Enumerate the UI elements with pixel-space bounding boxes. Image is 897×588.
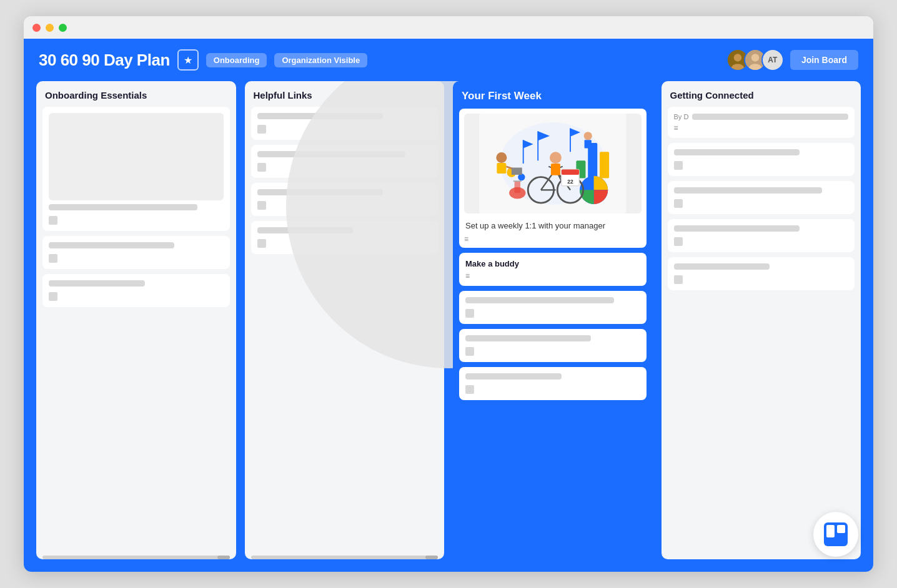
trello-badge xyxy=(813,512,858,557)
card-bar-short xyxy=(465,373,562,380)
column-scrollbar xyxy=(251,556,439,559)
card-square xyxy=(465,385,474,394)
svg-rect-21 xyxy=(551,164,560,175)
card-square xyxy=(49,292,57,301)
close-dot[interactable] xyxy=(32,24,41,32)
svg-rect-44 xyxy=(837,525,845,533)
svg-rect-29 xyxy=(562,169,579,174)
card-bar-medium xyxy=(49,242,174,248)
card-bar-row xyxy=(465,373,640,394)
card-bar-medium xyxy=(674,225,800,232)
card-2-2[interactable] xyxy=(251,145,439,178)
card-4-3[interactable] xyxy=(668,181,855,214)
card-square xyxy=(49,254,57,263)
card-footer: ≡ xyxy=(464,235,642,243)
svg-rect-8 xyxy=(588,143,597,178)
org-visible-badge[interactable]: Organization Visible xyxy=(274,53,367,67)
minimize-dot[interactable] xyxy=(46,24,54,32)
make-buddy-title: Make a buddy xyxy=(465,259,640,268)
avatar-initials[interactable]: AT xyxy=(761,49,784,71)
card-bar-short xyxy=(257,227,354,233)
card-square xyxy=(674,237,683,246)
card-bar-long xyxy=(49,204,197,210)
svg-point-38 xyxy=(496,152,507,163)
board-header: 30 60 90 Day Plan ★ Onboarding Organizat… xyxy=(24,39,873,81)
card-bar-medium xyxy=(257,189,383,195)
board-wrapper: 30 60 90 Day Plan ★ Onboarding Organizat… xyxy=(24,39,873,572)
card-bar-row xyxy=(257,189,432,210)
column-onboarding-essentials: Onboarding Essentials xyxy=(36,81,236,559)
card-illustration: 22 xyxy=(464,114,642,213)
card-1-1[interactable] xyxy=(42,107,230,231)
avatar-initials-text: AT xyxy=(768,56,777,64)
column-body-onboarding xyxy=(36,107,236,552)
join-board-button[interactable]: Join Board xyxy=(790,50,858,70)
card-square xyxy=(465,309,474,318)
column-fade xyxy=(453,534,653,559)
maximize-dot[interactable] xyxy=(59,24,67,32)
card-4-2[interactable] xyxy=(668,143,855,176)
card-square xyxy=(257,125,266,134)
column-helpful-links: Helpful Links xyxy=(245,81,445,559)
card-bar-row xyxy=(465,297,640,318)
featured-card[interactable]: 22 xyxy=(459,109,647,248)
illustration-svg: 22 xyxy=(464,114,642,213)
column-header-firstweek: Your First Week xyxy=(453,81,653,109)
card-bar-long xyxy=(257,151,406,157)
menu-lines-icon-2: ≡ xyxy=(465,272,470,280)
card-footer-buddy: ≡ xyxy=(465,272,640,280)
card-4-5[interactable] xyxy=(668,257,855,290)
svg-rect-32 xyxy=(585,140,592,148)
card-bar-medium xyxy=(257,113,383,119)
card-square xyxy=(465,347,474,356)
card-square xyxy=(257,239,266,248)
card-bar-short xyxy=(674,263,770,270)
column-body-firstweek: 22 xyxy=(453,109,653,559)
card-1-3[interactable] xyxy=(42,274,230,307)
svg-point-20 xyxy=(550,152,562,164)
card-square xyxy=(49,216,57,225)
avatars-group: AT xyxy=(726,49,784,71)
onboarding-badge[interactable]: Onboarding xyxy=(206,53,267,67)
scrollbar-thumb xyxy=(217,556,230,559)
card-2-1[interactable] xyxy=(251,107,439,140)
card-bar-row xyxy=(674,225,849,246)
card-square xyxy=(257,163,266,172)
card-3-5[interactable] xyxy=(459,367,647,400)
card-bar-long xyxy=(465,297,614,303)
board-content: Onboarding Essentials xyxy=(24,81,873,572)
card-footer-byline: ≡ xyxy=(674,124,849,132)
card-4-1[interactable]: By D ≡ xyxy=(668,107,855,138)
column-scrollbar xyxy=(42,556,230,559)
card-bar-row xyxy=(674,263,849,284)
star-button[interactable]: ★ xyxy=(177,49,199,71)
card-bar-short xyxy=(49,280,145,287)
column-body-connected: By D ≡ xyxy=(662,107,861,559)
card-square xyxy=(674,161,683,170)
card-bar-medium xyxy=(465,335,591,341)
card-bar-medium xyxy=(674,149,800,155)
card-image-placeholder xyxy=(49,113,224,200)
svg-rect-34 xyxy=(515,181,520,193)
board-title: 30 60 90 Day Plan xyxy=(39,51,170,70)
card-bar-long xyxy=(674,187,823,194)
card-2-4[interactable] xyxy=(251,221,439,254)
card-3-3[interactable] xyxy=(459,291,647,324)
card-2-3[interactable] xyxy=(251,183,439,216)
svg-point-1 xyxy=(734,54,741,61)
svg-rect-9 xyxy=(600,152,609,178)
card-square xyxy=(674,199,683,208)
card-byline-text: By D xyxy=(674,113,689,120)
card-byline-row: By D xyxy=(674,113,849,120)
menu-lines-icon-3: ≡ xyxy=(674,124,678,132)
card-4-4[interactable] xyxy=(668,219,855,252)
make-buddy-card[interactable]: Make a buddy ≡ xyxy=(459,253,647,286)
svg-text:22: 22 xyxy=(567,179,573,185)
scrollbar-thumb xyxy=(425,556,438,559)
card-3-4[interactable] xyxy=(459,329,647,362)
card-bar-row xyxy=(674,187,849,208)
featured-card-description: Set up a weekly 1:1 with your manager xyxy=(464,217,642,232)
card-1-2[interactable] xyxy=(42,236,230,269)
card-square xyxy=(674,275,683,284)
card-bar-row xyxy=(49,242,224,263)
